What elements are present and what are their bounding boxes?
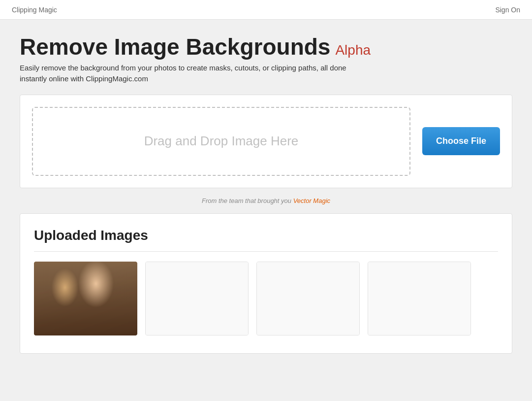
vector-magic-link[interactable]: Vector Magic [293, 197, 330, 204]
image-slot-2[interactable] [145, 262, 249, 335]
drop-zone-label: Drag and Drop Image Here [144, 134, 299, 149]
description-line2: instantly online with ClippingMagic.com [20, 74, 148, 83]
upload-section: Drag and Drop Image Here Choose File [20, 95, 512, 188]
main-content: Remove Image BackgroundsAlpha Easily rem… [0, 20, 532, 368]
page-description: Easily remove the background from your p… [20, 63, 512, 85]
uploaded-image-1 [34, 262, 137, 335]
uploaded-images-title: Uploaded Images [34, 228, 498, 243]
description-line1: Easily remove the background from your p… [20, 64, 346, 72]
image-placeholder-3 [257, 262, 359, 335]
drop-zone[interactable]: Drag and Drop Image Here [32, 107, 410, 176]
image-slot-4[interactable] [368, 262, 471, 335]
choose-file-button[interactable]: Choose File [422, 127, 500, 155]
image-placeholder-2 [146, 262, 248, 335]
page-title: Remove Image BackgroundsAlpha [20, 34, 512, 60]
signin-link[interactable]: Sign On [495, 6, 520, 14]
upload-area: Drag and Drop Image Here Choose File [32, 107, 500, 176]
alpha-badge: Alpha [335, 42, 371, 58]
section-divider [34, 251, 498, 252]
attribution-text: From the team that brought you [202, 197, 293, 204]
attribution: From the team that brought you Vector Ma… [20, 197, 512, 204]
header: Clipping Magic Sign On [0, 0, 532, 20]
page-title-text: Remove Image Backgrounds [20, 34, 330, 60]
image-slot-3[interactable] [256, 262, 360, 335]
image-slot-1[interactable] [34, 262, 137, 335]
images-grid [34, 262, 498, 335]
logo: Clipping Magic [12, 6, 57, 14]
uploaded-images-section: Uploaded Images [20, 213, 512, 354]
image-placeholder-4 [368, 262, 470, 335]
